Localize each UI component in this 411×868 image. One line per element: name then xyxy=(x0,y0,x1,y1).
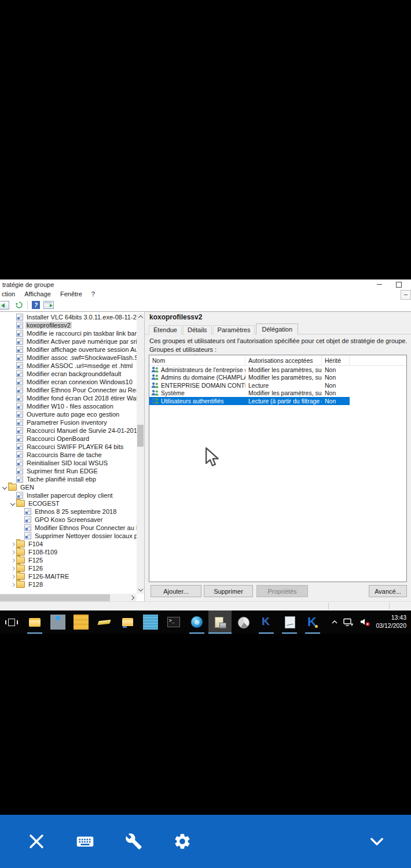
tree-item[interactable]: Modifie ie raccourci pin taskbar link ba… xyxy=(0,329,137,337)
tree-item[interactable]: Modifier Ethnos Pour Connecter au Reseau xyxy=(0,524,137,532)
tree-item[interactable]: F126 xyxy=(0,564,137,572)
taskbar-app-group-policy-editor[interactable] xyxy=(208,610,232,634)
tab-etendue[interactable]: Étendue xyxy=(149,325,182,334)
taskbar-app-shared-folder[interactable] xyxy=(116,610,139,634)
tree-expander-icon[interactable] xyxy=(10,548,16,556)
tree-expander-icon[interactable] xyxy=(10,345,16,354)
tree-item[interactable]: Raccourci OpenBoard xyxy=(0,435,137,443)
tree-item[interactable]: Modifier assoc .swf=ShockwaveFlash.Shock… xyxy=(0,354,137,362)
tree-expander-icon[interactable] xyxy=(10,540,16,548)
tree-item[interactable]: Modifier ecran connexion Windows10 xyxy=(0,378,137,386)
taskbar-app-command-prompt[interactable] xyxy=(162,610,185,634)
tree-item[interactable]: Suprimer first Run EDGE xyxy=(0,467,137,475)
chevron-up-icon[interactable] xyxy=(331,619,338,626)
tree-expander-icon[interactable] xyxy=(10,337,16,345)
tree-expander-icon[interactable] xyxy=(10,402,16,410)
tree-expander-icon[interactable] xyxy=(10,572,16,580)
permission-row[interactable]: ENTERPRISE DOMAIN CONTROL... Lecture Non xyxy=(149,381,406,389)
tree-item[interactable]: Raccourci SWIFF PLAYER 64 bits xyxy=(0,443,137,451)
tree-item[interactable]: Modifier fond écran Oct 2018 étirer Wall… xyxy=(0,394,137,402)
tree-item[interactable]: ECOGEST xyxy=(0,499,137,507)
permission-row[interactable]: Administrateurs de l'entreprise (CHA... … xyxy=(149,366,406,374)
tab-parametres[interactable]: Paramètres xyxy=(213,325,255,334)
tree-expander-icon[interactable] xyxy=(10,467,16,475)
tree-expander-icon[interactable] xyxy=(10,313,16,321)
tree-item[interactable]: Reinitialiser SID local WSUS xyxy=(0,459,137,467)
close-icon[interactable] xyxy=(19,823,54,859)
tree-item[interactable]: koxoprofilessv2 xyxy=(0,321,137,329)
tree-item[interactable]: Ouverture auto page eco gestion xyxy=(0,410,137,418)
minimize-button[interactable] xyxy=(370,279,388,289)
tree-expander-icon[interactable] xyxy=(10,499,16,507)
horizontal-scroll-thumb[interactable] xyxy=(0,594,110,601)
column-herite[interactable]: Hérité xyxy=(322,355,350,365)
tab-delegation[interactable]: Délégation xyxy=(256,323,298,334)
tree-expander-icon[interactable] xyxy=(10,354,16,362)
volume-muted-icon[interactable] xyxy=(359,617,370,627)
menu-help[interactable]: ? xyxy=(87,290,100,297)
tree-expander-icon[interactable] xyxy=(10,451,16,459)
tree-expander-icon[interactable] xyxy=(10,378,16,386)
tree-item[interactable]: Modifier Ethnos Pour Connecter au Reseau xyxy=(0,386,137,394)
keyboard-icon[interactable] xyxy=(67,823,103,859)
tree-expander-icon[interactable] xyxy=(10,491,16,499)
tree-item[interactable]: F108-f109 xyxy=(0,548,137,556)
tree-expander-icon[interactable] xyxy=(10,362,16,370)
restore-button[interactable] xyxy=(390,279,408,289)
taskbar-app-yellow-tool[interactable] xyxy=(93,610,116,634)
permission-row[interactable]: Admins du domaine (CHAMPLAINL... Modifie… xyxy=(149,374,406,382)
tree-expander-icon[interactable] xyxy=(10,580,16,589)
tree-expander-icon[interactable] xyxy=(10,386,16,394)
tree-expander-icon[interactable] xyxy=(10,426,16,435)
wrench-icon[interactable] xyxy=(116,823,152,859)
tree-item[interactable]: GEN xyxy=(0,483,137,491)
column-nom[interactable]: Nom xyxy=(149,355,245,365)
scroll-right-icon[interactable] xyxy=(129,594,137,602)
tree-expander-icon[interactable] xyxy=(10,418,16,426)
add-button[interactable]: Ajouter... xyxy=(151,585,201,597)
tree-expander-icon[interactable] xyxy=(10,370,16,378)
tree-item[interactable]: Raccourcis Barre de tache xyxy=(0,451,137,459)
export-list-icon[interactable] xyxy=(42,300,55,311)
clock[interactable]: 13:43 03/12/2020 xyxy=(376,614,406,630)
tree-item[interactable]: Modifier W10 - files assocation xyxy=(0,402,137,410)
remove-button[interactable]: Supprimer xyxy=(204,585,253,597)
tree-expander-icon[interactable] xyxy=(10,475,16,483)
tree-item[interactable]: Ethnos 8 25 septembre 2018 xyxy=(0,507,137,516)
tree-item[interactable]: GPO Koxo Screensaver xyxy=(0,516,137,524)
taskbar-app-koxo-admin[interactable] xyxy=(301,610,324,634)
tree-item[interactable]: F125 xyxy=(0,556,137,564)
taskbar-app-task-view[interactable] xyxy=(0,610,23,634)
gear-icon[interactable] xyxy=(164,823,200,859)
taskbar-app-policy-console[interactable] xyxy=(69,610,93,634)
advanced-button[interactable]: Avancé... xyxy=(369,585,407,597)
tree-item[interactable]: Supprimer Nettoyer dossier locaux profil… xyxy=(0,532,137,540)
tree-expander-icon[interactable] xyxy=(18,532,24,540)
tree-item[interactable]: F104 xyxy=(0,540,137,548)
tree-item[interactable]: Modifier ecran backgrounddefault xyxy=(0,370,137,378)
tree-expander-icon[interactable] xyxy=(18,524,24,532)
permission-row[interactable]: Système Modifier les paramètres, suppri.… xyxy=(149,389,406,398)
tree-vertical-scrollbar[interactable] xyxy=(137,313,144,594)
tree-item[interactable]: Raccourci Manuel de Survie 24-01-2019 (M… xyxy=(0,426,137,435)
tree-expander-icon[interactable] xyxy=(10,443,16,451)
tree-item[interactable]: Modifier affichage ouverture session Aut… xyxy=(0,345,137,354)
taskbar-app-file-explorer[interactable] xyxy=(23,610,46,634)
tree-expander-icon[interactable] xyxy=(18,516,24,524)
tree-expander-icon[interactable] xyxy=(2,483,8,491)
tree-item[interactable]: Modifier Activer pavé numérique par srip… xyxy=(0,337,137,345)
column-autorisations[interactable]: Autorisations acceptées xyxy=(245,355,322,365)
taskbar-app-server-stack[interactable] xyxy=(139,610,162,634)
tree-item[interactable]: Parametrer Fusion inventory xyxy=(0,418,137,426)
tree-expander-icon[interactable] xyxy=(18,507,24,516)
tree-item[interactable]: Tache planifié install ebp xyxy=(0,475,137,483)
help-icon[interactable]: ? xyxy=(30,300,42,311)
tree-item[interactable]: Installer VLC 64bits 3.0.11.exe-08-11-20… xyxy=(0,313,137,321)
vertical-scroll-thumb[interactable] xyxy=(137,425,144,447)
menu-action[interactable]: ction xyxy=(0,290,20,297)
tree-item[interactable]: Installer papercut deploy client xyxy=(0,491,137,499)
tree-expander-icon[interactable] xyxy=(10,410,16,418)
tree-expander-icon[interactable] xyxy=(10,321,16,329)
tree-item[interactable]: Modifier ASSOC .url=msedge et .html xyxy=(0,362,137,370)
tree-expander-icon[interactable] xyxy=(10,556,16,564)
